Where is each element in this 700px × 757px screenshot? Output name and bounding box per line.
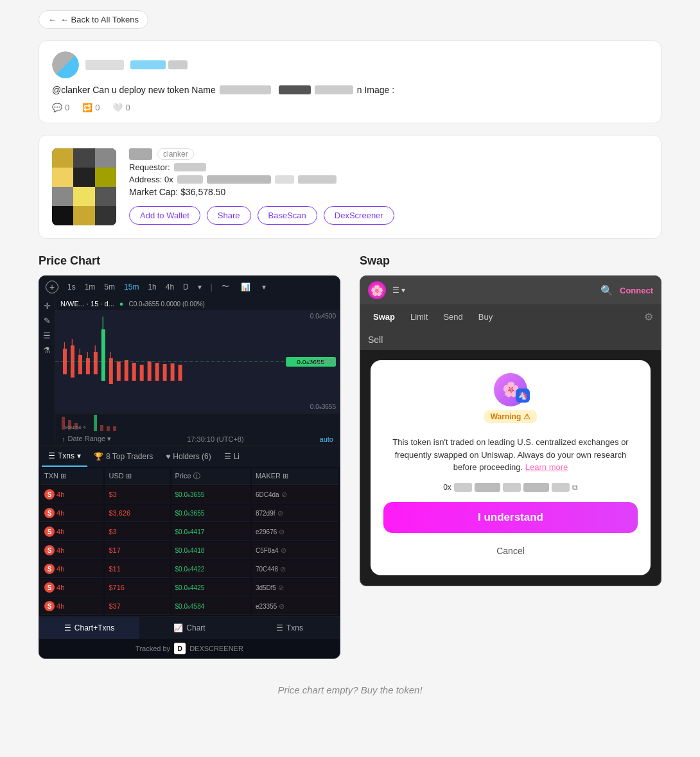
indicator-tool[interactable]: ⚗ xyxy=(43,345,51,355)
tweet-likes: 🤍 0 xyxy=(112,103,130,112)
txn-cell: S 4h xyxy=(40,579,103,596)
address-part3 xyxy=(275,175,294,184)
add-to-wallet-button[interactable]: Add to Wallet xyxy=(129,206,200,225)
copy-address-icon[interactable]: ⧉ xyxy=(572,483,578,492)
tweet-image-text: n Image : xyxy=(357,85,394,95)
tweet-card: @clanker Can u deploy new token Name ​ n… xyxy=(39,40,661,123)
tab-holders[interactable]: ♥ Holders (6) xyxy=(159,447,217,466)
copy-icon[interactable]: ⊘ xyxy=(281,491,287,498)
sell-badge: S xyxy=(44,489,55,500)
tab-li[interactable]: ☰ Li xyxy=(218,447,246,466)
chart-only-button[interactable]: 📈 Chart xyxy=(139,617,240,639)
ohlc-values: C0.0₆3655 0.0000 (0.00%) xyxy=(128,300,205,308)
chart-txns-button[interactable]: ☰ Chart+Txns xyxy=(39,617,139,639)
tab-top-traders[interactable]: 🏆 8 Top Traders xyxy=(87,447,159,466)
time-btn-4h[interactable]: 4h xyxy=(163,281,177,293)
time-btn-1m[interactable]: 1m xyxy=(82,281,98,293)
chart-type-line[interactable]: 〜 xyxy=(219,280,232,293)
tab-buy[interactable]: Buy xyxy=(473,309,498,324)
basescan-button[interactable]: BaseScan xyxy=(258,206,317,225)
txns-only-button[interactable]: ☰ Txns xyxy=(240,617,340,639)
warning-text: Warning xyxy=(491,412,521,421)
price-cell: $0.0₆4418 xyxy=(171,542,250,559)
tweet-redact-3 xyxy=(315,85,353,94)
chart-type-candle[interactable]: 📊 xyxy=(238,281,253,293)
candle-chart[interactable]: 0.0₆3655 0.0₆4500 0.0₆4000 0.0₆3655 xyxy=(55,310,340,413)
tweet-body: @clanker Can u deploy new token Name ​ n… xyxy=(52,85,648,95)
tweet-header xyxy=(52,51,648,78)
addr-block-4 xyxy=(523,483,549,492)
warning-badge-row: Warning ⚠ xyxy=(383,410,638,430)
svg-rect-20 xyxy=(140,365,144,381)
table-row: S 4h $716 $0.0₆4425 3d5Df5 ⊘ xyxy=(40,579,338,596)
requestor-value xyxy=(174,163,206,171)
time-btn-d[interactable]: D xyxy=(180,281,191,293)
draw-tool[interactable]: ✎ xyxy=(43,316,51,326)
addr-block-5 xyxy=(552,483,570,492)
tab-txns[interactable]: ☰ Txns ▾ xyxy=(42,446,87,467)
time-btn-1s[interactable]: 1s xyxy=(65,281,78,293)
settings-icon[interactable]: ⚙ xyxy=(644,311,653,323)
chart-more[interactable]: ▾ xyxy=(259,281,268,293)
dexscreener-name: DEXSCREENER xyxy=(189,645,243,652)
svg-rect-15 xyxy=(109,358,113,384)
chart-plus-button[interactable]: + xyxy=(46,281,58,293)
li-icon: ☰ xyxy=(224,452,231,461)
sell-badge: S xyxy=(44,564,55,574)
maker-filter-icon[interactable]: ⊞ xyxy=(283,472,288,480)
connect-button[interactable]: Connect xyxy=(620,286,653,295)
learn-more-link[interactable]: Learn more xyxy=(525,462,568,472)
cancel-button[interactable]: Cancel xyxy=(383,539,638,562)
token-marketcap: Market Cap: $36,578.50 xyxy=(129,187,648,197)
back-button[interactable]: ← ← Back to All Tokens xyxy=(39,10,148,29)
volume-area: Volume 4 xyxy=(55,413,340,432)
search-icon[interactable]: 🔍 xyxy=(600,284,613,297)
svg-rect-35 xyxy=(113,426,116,431)
swap-title: Swap xyxy=(360,254,661,268)
understand-button[interactable]: I understand xyxy=(383,502,638,533)
transactions-table: TXN ⊞ USD ⊞ Price ⓘ xyxy=(39,467,340,616)
transactions-body: S 4h $3 $0.0₆3655 6DC4da ⊘ S 4h $3,626 $… xyxy=(40,486,338,615)
address-label: Address: 0x xyxy=(129,175,173,184)
swap-menu-button[interactable]: ☰ ▾ xyxy=(392,286,405,295)
copy-icon[interactable]: ⊘ xyxy=(278,584,284,591)
time-btn-5m[interactable]: 5m xyxy=(101,281,118,293)
share-button[interactable]: Share xyxy=(207,206,251,225)
copy-icon[interactable]: ⊘ xyxy=(279,528,284,535)
table-row: S 4h $3,626 $0.0₆3655 872d9f ⊘ xyxy=(40,505,338,522)
time-btn-15m[interactable]: 15m xyxy=(121,281,141,293)
avatar xyxy=(52,51,79,78)
copy-icon[interactable]: ⊘ xyxy=(280,565,286,573)
crosshair-tool[interactable]: ✛ xyxy=(43,301,51,311)
col-txn: TXN ⊞ xyxy=(40,468,103,485)
copy-icon[interactable]: ⊘ xyxy=(281,546,286,554)
col-usd: USD ⊞ xyxy=(105,468,170,485)
addr-block-2 xyxy=(475,483,500,492)
filter-icon[interactable]: ⊞ xyxy=(60,472,66,480)
tracked-by-label: Tracked by xyxy=(136,645,170,652)
tab-swap[interactable]: Swap xyxy=(368,309,400,324)
sell-badge: S xyxy=(44,601,55,611)
date-range-btn[interactable]: Date Range ▾ xyxy=(68,435,112,443)
chart-txns-label: Chart+Txns xyxy=(74,623,114,632)
table-row: S 4h $3 $0.0₆3655 6DC4da ⊘ xyxy=(40,486,338,503)
token-name-row: clanker xyxy=(129,148,648,160)
token-address-row: Address: 0x xyxy=(129,175,648,184)
copy-icon[interactable]: ⊘ xyxy=(277,509,283,517)
chart-embed[interactable]: + 1s 1m 5m 15m 1h 4h D ▾ | 〜 📊 ▾ xyxy=(39,275,340,659)
tab-send[interactable]: Send xyxy=(438,309,468,324)
usd-filter-icon[interactable]: ⊞ xyxy=(126,472,132,480)
two-col-layout: Price Chart + 1s 1m 5m 15m 1h 4h D ▾ xyxy=(39,254,661,659)
sell-badge: S xyxy=(44,508,55,518)
copy-icon[interactable]: ⊘ xyxy=(279,602,284,610)
tab-limit[interactable]: Limit xyxy=(405,309,433,324)
heart-holders-icon: ♥ xyxy=(166,452,170,461)
time-btn-1h[interactable]: 1h xyxy=(145,281,159,293)
time-btn-dropdown[interactable]: ▾ xyxy=(195,281,204,293)
requestor-label: Requestor: xyxy=(129,162,170,172)
dexscreener-button[interactable]: DexScreener xyxy=(324,206,394,225)
svg-rect-25 xyxy=(179,365,182,381)
lines-tool[interactable]: ☰ xyxy=(43,331,51,340)
svg-rect-13 xyxy=(101,329,105,381)
dex-footer: Tracked by D DEXSCREENER xyxy=(39,639,340,658)
